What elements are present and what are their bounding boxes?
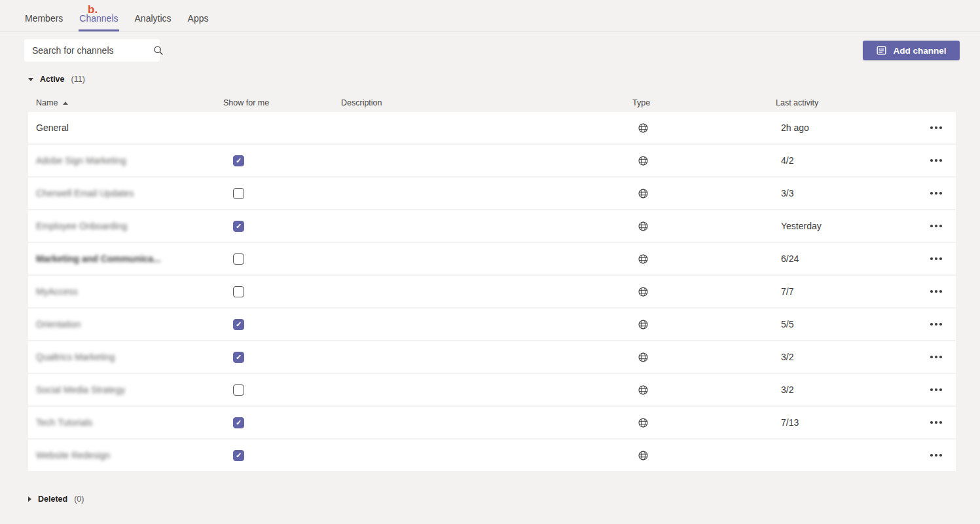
table-row: Employee Onboarding Yesterday xyxy=(28,210,956,242)
globe-icon xyxy=(638,155,649,166)
globe-icon xyxy=(638,122,649,134)
name-cell: Tech Tutorials xyxy=(28,417,215,428)
show-for-me-checkbox[interactable] xyxy=(233,352,244,363)
annotation-label-b: b. xyxy=(88,4,98,15)
last-activity: 4/2 xyxy=(768,155,916,166)
channel-name: Social Media Strategy xyxy=(36,384,125,395)
section-toggle-active[interactable]: Active (11) xyxy=(28,75,85,84)
ellipsis-icon xyxy=(930,388,933,391)
add-channel-button[interactable]: Add channel xyxy=(863,41,960,60)
add-channel-label: Add channel xyxy=(893,46,946,56)
actions-cell xyxy=(916,388,956,391)
more-options-button[interactable] xyxy=(916,323,956,326)
show-for-me-cell xyxy=(215,253,333,265)
chevron-down-icon xyxy=(28,78,33,81)
section-label: Active xyxy=(40,75,65,84)
actions-cell xyxy=(916,159,956,162)
table-row: Orientation 5/5 xyxy=(28,309,956,340)
show-for-me-checkbox[interactable] xyxy=(233,188,244,199)
more-options-button[interactable] xyxy=(916,290,956,293)
search-input[interactable] xyxy=(24,39,153,62)
more-options-button[interactable] xyxy=(916,225,956,227)
show-for-me-checkbox[interactable] xyxy=(233,384,244,396)
show-for-me-cell xyxy=(215,319,333,330)
type-cell xyxy=(625,417,768,428)
show-for-me-cell xyxy=(215,188,333,199)
table-row: Tech Tutorials 7/13 xyxy=(28,407,956,438)
channels-page: Members Channels Analytics Apps b. Add c… xyxy=(0,0,980,524)
show-for-me-checkbox[interactable] xyxy=(233,155,244,166)
type-cell xyxy=(625,286,768,297)
last-activity: 3/3 xyxy=(768,188,916,198)
channel-name: Tech Tutorials xyxy=(36,417,92,428)
table-header-row: Name Show for me Description Type Last a… xyxy=(28,94,956,111)
tab-analytics[interactable]: Analytics xyxy=(134,9,172,31)
actions-cell xyxy=(916,290,956,293)
table-row: Website Redesign xyxy=(28,440,956,471)
name-cell: Marketing and Communica... xyxy=(28,253,215,264)
table-row: MyAccess 7/7 xyxy=(28,276,956,307)
show-for-me-cell xyxy=(215,286,333,297)
tab-channels[interactable]: Channels xyxy=(79,9,118,31)
name-cell: Website Redesign xyxy=(28,450,215,460)
show-for-me-cell xyxy=(215,352,333,363)
column-header-name[interactable]: Name xyxy=(28,98,215,107)
last-activity: 2h ago xyxy=(768,122,916,133)
channel-name: Qualtrics Marketing xyxy=(36,352,115,362)
ellipsis-icon xyxy=(930,454,933,457)
globe-icon xyxy=(638,352,649,363)
type-cell xyxy=(625,122,768,134)
globe-icon xyxy=(638,384,649,396)
more-options-button[interactable] xyxy=(916,356,956,358)
more-options-button[interactable] xyxy=(916,257,956,260)
show-for-me-checkbox[interactable] xyxy=(233,417,244,428)
show-for-me-checkbox[interactable] xyxy=(233,286,244,297)
type-cell xyxy=(625,384,768,396)
show-for-me-checkbox[interactable] xyxy=(233,221,244,232)
more-options-button[interactable] xyxy=(916,159,956,162)
type-cell xyxy=(625,155,768,166)
last-activity: 7/7 xyxy=(768,286,916,297)
show-for-me-checkbox[interactable] xyxy=(233,319,244,330)
table-body: General 2h ago xyxy=(28,112,956,472)
actions-cell xyxy=(916,356,956,358)
tab-apps[interactable]: Apps xyxy=(187,9,209,31)
globe-icon xyxy=(638,286,649,297)
section-label: Deleted xyxy=(38,495,67,504)
table-row: Qualtrics Marketing 3/2 xyxy=(28,341,956,373)
more-options-button[interactable] xyxy=(916,454,956,457)
channel-icon xyxy=(876,45,887,56)
section-toggle-deleted[interactable]: Deleted (0) xyxy=(28,495,84,504)
search-icon[interactable] xyxy=(153,45,164,56)
column-header-description: Description xyxy=(333,98,625,107)
table-row: Adobe Sign Marketing 4/2 xyxy=(28,145,956,176)
column-header-show-for-me: Show for me xyxy=(215,98,333,107)
table-row: Cherwell Email Updates 3/3 xyxy=(28,178,956,209)
globe-icon xyxy=(638,253,649,265)
show-for-me-cell xyxy=(215,417,333,428)
more-options-button[interactable] xyxy=(916,421,956,424)
tab-members[interactable]: Members xyxy=(24,9,64,31)
more-options-button[interactable] xyxy=(916,126,956,129)
type-cell xyxy=(625,352,768,363)
show-for-me-cell xyxy=(215,155,333,166)
more-options-button[interactable] xyxy=(916,388,956,391)
show-for-me-checkbox[interactable] xyxy=(233,450,244,461)
actions-cell xyxy=(916,225,956,227)
name-cell: Orientation xyxy=(28,319,215,329)
channel-name: Marketing and Communica... xyxy=(36,253,161,264)
show-for-me-cell xyxy=(215,221,333,232)
last-activity: Yesterday xyxy=(768,221,916,231)
actions-cell xyxy=(916,257,956,260)
table-row: Marketing and Communica... 6/24 xyxy=(28,243,956,274)
ellipsis-icon xyxy=(930,126,933,129)
show-for-me-cell xyxy=(215,450,333,461)
name-cell: Employee Onboarding xyxy=(28,221,215,231)
tab-bar: Members Channels Analytics Apps xyxy=(0,0,980,32)
ellipsis-icon xyxy=(930,356,933,358)
more-options-button[interactable] xyxy=(916,192,956,195)
show-for-me-checkbox[interactable] xyxy=(233,253,244,265)
ellipsis-icon xyxy=(930,421,933,424)
last-activity: 7/13 xyxy=(768,417,916,428)
ellipsis-icon xyxy=(930,257,933,260)
